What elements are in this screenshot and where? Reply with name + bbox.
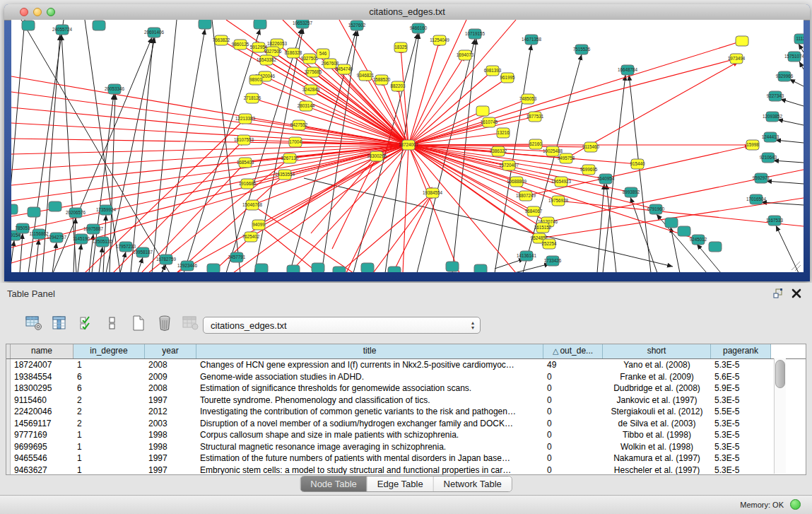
column-header-year[interactable]: year	[145, 344, 196, 358]
graph-node[interactable]: 14671358	[522, 35, 542, 45]
graph-node[interactable]: 882203	[390, 81, 406, 91]
table-selector-dropdown[interactable]: citations_edges.txt ▴▾	[203, 317, 481, 334]
graph-node[interactable]	[22, 21, 35, 30]
graph-node[interactable]: 9227343	[767, 91, 784, 101]
graph-node[interactable]: 17004	[289, 137, 302, 147]
graph-node[interactable]	[287, 265, 300, 272]
graph-node[interactable]: 1733426	[544, 256, 562, 266]
graph-node[interactable]: 24055724	[52, 25, 73, 35]
tab-edge-table[interactable]: Edge Table	[367, 477, 434, 491]
column-header-out_de[interactable]: △out_de...	[543, 344, 603, 358]
column-header-name[interactable]: name	[11, 344, 73, 358]
graph-node[interactable]: 10975887	[83, 224, 104, 234]
graph-node[interactable]: 98901	[249, 75, 262, 85]
graph-node[interactable]: 9466160	[410, 23, 428, 33]
graph-node[interactable]: 8267130	[281, 153, 299, 163]
graph-node[interactable]: 94099	[252, 220, 265, 230]
table-row[interactable]: 2242004622012Investigating the contribut…	[6, 406, 806, 418]
graph-node[interactable]	[709, 242, 722, 252]
graph-node[interactable]: 8993892	[623, 187, 640, 197]
graph-node[interactable]: 62160	[529, 139, 542, 149]
column-header-in_degree[interactable]: in_degree	[73, 344, 145, 358]
table-row[interactable]: 1872400712008Changes of HCN gene express…	[6, 359, 806, 371]
graph-node[interactable]: 10719155	[465, 29, 486, 39]
column-header-title[interactable]: title	[196, 344, 543, 358]
graph-node[interactable]: 18807249	[516, 191, 536, 201]
graph-node[interactable]: 7625402	[242, 232, 260, 242]
network-canvas[interactable]: 1872400724055724206914061065325715276029…	[11, 20, 804, 272]
graph-node[interactable]	[446, 262, 459, 271]
graph-node[interactable]: 9329966	[776, 71, 794, 81]
float-panel-icon[interactable]	[772, 288, 785, 300]
table-mode-icon[interactable]	[24, 313, 44, 333]
table-scrollbar-thumb[interactable]	[775, 360, 785, 388]
graph-node[interactable]	[678, 226, 690, 236]
graph-node[interactable]: 6981393	[484, 66, 502, 76]
graph-node[interactable]	[476, 106, 489, 116]
graph-node[interactable]: 14136141	[517, 251, 537, 261]
graph-node[interactable]	[11, 204, 18, 214]
show-columns-icon[interactable]	[50, 313, 70, 333]
network-svg[interactable]: 1872400724055724206914061065325715276029…	[11, 20, 804, 272]
graph-node[interactable]: 7663822	[213, 35, 230, 45]
graph-node[interactable]: 3242843	[302, 85, 320, 95]
graph-node[interactable]: 9860125	[232, 40, 249, 49]
graph-node[interactable]: 1145190	[73, 234, 90, 244]
graph-node[interactable]: 1610745	[481, 117, 498, 127]
table-row[interactable]: 1456911722003Disruption of a novel membe…	[6, 418, 806, 430]
graph-node[interactable]	[49, 201, 61, 211]
graph-node[interactable]	[333, 267, 346, 272]
graph-node[interactable]: 1527602	[348, 21, 366, 30]
graph-node[interactable]: 7485053	[519, 94, 537, 104]
graph-node[interactable]: 9592971	[753, 173, 770, 183]
graph-node[interactable]: 11254049	[430, 35, 449, 45]
table-row[interactable]: 1830029562008Estimation of significance …	[6, 382, 806, 395]
graph-node[interactable]: 18325	[394, 42, 407, 52]
graph-node[interactable]	[254, 20, 266, 29]
graph-node[interactable]	[474, 264, 487, 272]
graph-node[interactable]: 1640954	[597, 174, 615, 184]
graph-node[interactable]: 13216	[497, 128, 510, 138]
graph-node[interactable]: 1112	[794, 34, 804, 44]
graph-node[interactable]: 9327505	[301, 54, 319, 64]
resize-grip[interactable]	[792, 262, 801, 271]
new-column-icon[interactable]	[129, 313, 148, 333]
graph-node[interactable]	[665, 218, 678, 228]
graph-node[interactable]: 785051	[15, 223, 30, 233]
column-header-short[interactable]: short	[603, 344, 711, 358]
graph-node[interactable]	[255, 264, 268, 272]
table-scrollbar[interactable]	[774, 358, 786, 474]
tab-node-table[interactable]: Node Table	[300, 477, 367, 491]
graph-node[interactable]: 20691406	[144, 28, 165, 37]
table-row[interactable]: 911546021997Tourette syndrome. Phenomeno…	[6, 395, 806, 407]
graph-node[interactable]: 7515526	[573, 45, 591, 54]
graph-node[interactable]: 15751074	[784, 52, 804, 62]
graph-node[interactable]	[28, 207, 40, 217]
table-row[interactable]: 946362711997Embryonic stem cells: a mode…	[6, 465, 806, 476]
graph-node[interactable]: 9210643	[760, 153, 777, 163]
graph-node[interactable]: 16648784	[618, 65, 638, 75]
table-row[interactable]: 1938455462009Genome-wide association stu…	[6, 371, 806, 383]
column-header-pagerank[interactable]: pagerank	[711, 344, 771, 358]
graph-node[interactable]: 1167533	[766, 216, 784, 226]
graph-node[interactable]: 1588520	[373, 75, 391, 85]
column-check-icon[interactable]	[76, 313, 96, 333]
import-table-icon[interactable]	[181, 313, 201, 333]
graph-node[interactable]	[93, 21, 105, 30]
graph-node[interactable]: 1694073	[457, 50, 474, 60]
graph-node[interactable]: 1615152	[534, 223, 552, 233]
tab-network-table[interactable]: Network Table	[434, 477, 512, 491]
graph-node[interactable]: 20053346	[105, 84, 125, 94]
graph-node[interactable]	[207, 264, 220, 272]
graph-node[interactable]: 3457791	[228, 252, 246, 262]
graph-node[interactable]: 1916685	[239, 179, 257, 189]
graph-node[interactable]: 8186328	[285, 48, 302, 58]
graph-node[interactable]: 14353554	[275, 170, 295, 180]
graph-node[interactable]: 19384554	[423, 188, 443, 198]
graph-node[interactable]: 9699695	[580, 165, 598, 175]
graph-node[interactable]: 17016504	[746, 194, 767, 204]
graph-node[interactable]: 19756928	[548, 196, 569, 206]
graph-node[interactable]: 7386322	[490, 146, 507, 156]
table-row[interactable]: 946554611997Estimation of the future num…	[6, 452, 806, 465]
graph-node[interactable]: 16782759	[156, 255, 177, 264]
